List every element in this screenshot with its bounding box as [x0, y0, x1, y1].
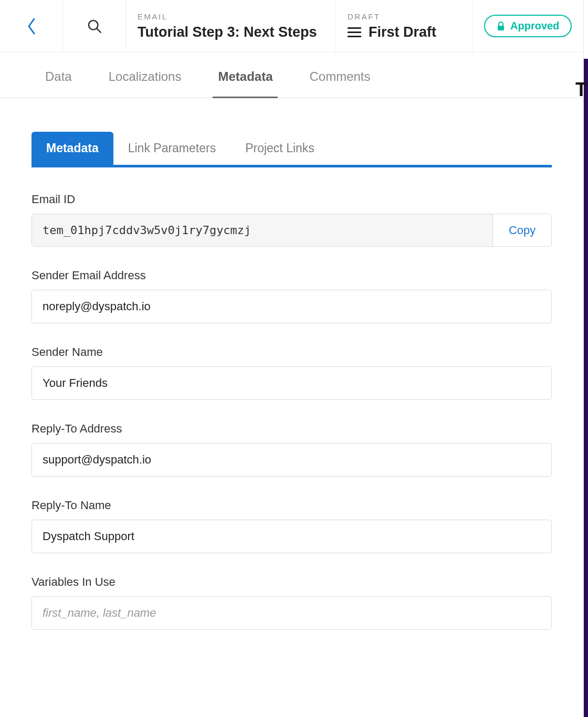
field-sender-name: Sender Name — [32, 345, 552, 400]
menu-icon — [348, 27, 361, 37]
sender-email-input[interactable] — [32, 290, 552, 323]
field-variables: Variables In Use — [32, 575, 552, 630]
draft-block[interactable]: DRAFT First Draft — [336, 0, 472, 52]
title-block: EMAIL Tutorial Step 3: Next Steps — [126, 0, 336, 52]
variables-label: Variables In Use — [32, 575, 552, 589]
content-area: Metadata Link Parameters Project Links E… — [0, 98, 583, 717]
right-cropped-char: T — [572, 79, 588, 101]
reply-to-address-input[interactable] — [32, 443, 552, 477]
tab-comments[interactable]: Comments — [309, 69, 370, 84]
field-email-id: Email ID tem_01hpj7cddv3w5v0j1ry7gycmzj … — [32, 193, 552, 247]
approved-label: Approved — [510, 20, 559, 32]
tab-localizations[interactable]: Localizations — [109, 69, 182, 84]
top-bar: EMAIL Tutorial Step 3: Next Steps DRAFT … — [0, 0, 583, 52]
field-sender-email: Sender Email Address — [32, 269, 552, 323]
draft-name: First Draft — [369, 24, 436, 40]
right-panel-edge — [584, 0, 588, 717]
sender-email-label: Sender Email Address — [32, 269, 552, 282]
email-eyebrow: EMAIL — [138, 12, 324, 21]
search-icon — [87, 19, 102, 34]
svg-rect-2 — [498, 26, 504, 30]
search-button[interactable] — [63, 0, 126, 52]
sub-tabs: Metadata Link Parameters Project Links — [32, 132, 552, 167]
reply-to-name-input[interactable] — [32, 520, 552, 553]
email-id-label: Email ID — [32, 193, 552, 206]
reply-to-address-label: Reply-To Address — [32, 422, 552, 436]
subtab-project-links[interactable]: Project Links — [230, 132, 329, 165]
chevron-left-icon — [26, 17, 37, 35]
sender-name-input[interactable] — [32, 366, 552, 400]
tab-data[interactable]: Data — [45, 69, 72, 84]
email-id-value[interactable]: tem_01hpj7cddv3w5v0j1ry7gycmzj — [32, 214, 492, 246]
copy-button[interactable]: Copy — [492, 214, 551, 246]
variables-input[interactable] — [32, 596, 552, 630]
field-reply-to-address: Reply-To Address — [32, 422, 552, 477]
page-title: Tutorial Step 3: Next Steps — [138, 24, 324, 40]
draft-eyebrow: DRAFT — [348, 12, 460, 21]
sender-name-label: Sender Name — [32, 345, 552, 359]
approve-cell: Approved — [472, 0, 583, 52]
primary-tabs: Data Localizations Metadata Comments — [0, 52, 583, 98]
field-reply-to-name: Reply-To Name — [32, 499, 552, 553]
tab-metadata[interactable]: Metadata — [218, 69, 272, 84]
back-button[interactable] — [0, 0, 63, 52]
approved-button[interactable]: Approved — [484, 15, 572, 37]
lock-icon — [497, 22, 505, 31]
subtab-link-parameters[interactable]: Link Parameters — [113, 132, 230, 165]
subtab-metadata[interactable]: Metadata — [32, 132, 113, 165]
svg-line-1 — [97, 28, 100, 32]
reply-to-name-label: Reply-To Name — [32, 499, 552, 512]
